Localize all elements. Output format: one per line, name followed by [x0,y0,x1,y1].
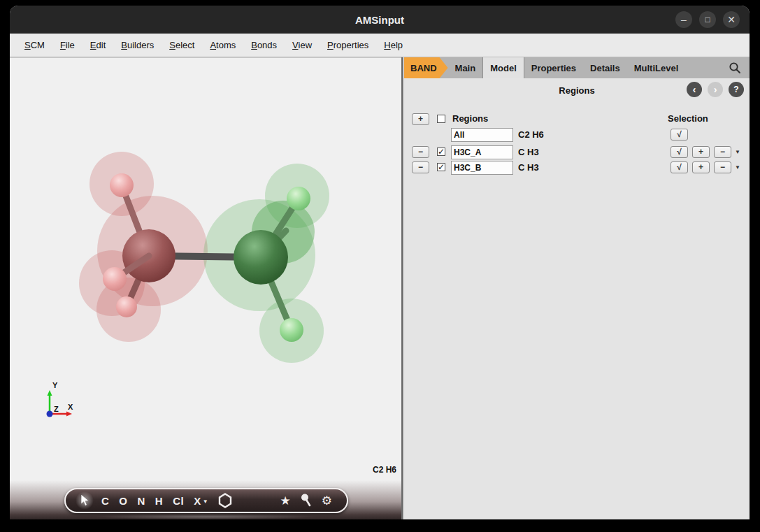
input-panel: BAND Main Model Properties Details Multi… [404,57,750,519]
maximize-button[interactable]: □ [699,11,716,28]
selection-header-label: Selection [668,113,708,124]
preset-band-label: BAND [410,63,437,73]
title-bar: AMSinput – □ ✕ [10,6,750,34]
pin-icon [301,494,312,508]
select-region-b-button[interactable]: √ [671,161,688,173]
region-a-visible-checkbox[interactable] [437,148,445,156]
chevron-left-icon: ‹ [693,85,696,94]
window-controls: – □ ✕ [675,11,740,28]
element-toolbar: C O N H Cl X ▼ ★ [64,488,348,513]
menu-view[interactable]: View [286,37,318,53]
select-region-a-button[interactable]: √ [671,146,688,158]
nav-back-button[interactable]: ‹ [687,82,702,97]
formula-readout: C2 H6 [373,465,396,475]
atom-h4[interactable] [287,187,310,210]
add-to-region-b-button[interactable]: + [692,161,710,173]
remove-region-b-button[interactable]: − [412,161,429,173]
help-button[interactable]: ? [729,82,744,97]
menu-scm[interactable]: SCM [18,37,51,53]
star-icon: ★ [280,494,291,508]
element-h-button[interactable]: H [155,495,163,507]
element-cl-button[interactable]: Cl [173,495,184,507]
menu-file[interactable]: File [54,37,81,53]
element-picker-button[interactable]: X ▼ [194,495,208,507]
x-axis-label: X [68,403,73,411]
region-b-dropdown-icon[interactable]: ▼ [735,164,740,171]
toolbar-reflection [94,514,317,519]
menu-edit[interactable]: Edit [84,37,112,53]
tab-main[interactable]: Main [448,57,483,78]
maximize-icon: □ [705,15,710,24]
menu-atoms[interactable]: Atoms [203,37,242,53]
menu-bonds[interactable]: Bonds [245,37,283,53]
molecule-canvas[interactable] [10,58,401,519]
select-all-region-button[interactable]: √ [671,129,688,141]
remove-from-region-a-button[interactable]: − [714,146,731,158]
star-tool-button[interactable]: ★ [280,494,291,508]
spotlight-tool-button[interactable] [301,494,312,508]
atom-h2[interactable] [103,267,127,291]
menu-help[interactable]: Help [378,37,409,53]
menu-properties[interactable]: Properties [321,37,375,53]
menu-builders[interactable]: Builders [115,37,160,53]
close-button[interactable]: ✕ [723,11,740,28]
search-icon [729,62,741,74]
element-x-label: X [194,495,201,507]
search-button[interactable] [720,57,750,78]
element-o-button[interactable]: O [119,495,127,507]
atom-h5[interactable] [280,318,303,342]
tab-details[interactable]: Details [583,57,627,78]
element-c-button[interactable]: C [101,495,109,507]
atom-h3[interactable] [116,296,137,317]
hexagon-icon [218,493,232,508]
regions-header-label: Regions [452,113,488,124]
region-a-dropdown-icon[interactable]: ▼ [735,149,740,155]
window-title: AMSinput [10,14,750,26]
dropdown-icon: ▼ [203,498,208,505]
region-formula-b: C H3 [518,162,539,173]
nav-forward-button[interactable]: › [708,82,723,97]
menu-select[interactable]: Select [163,37,201,53]
tab-model[interactable]: Model [482,57,524,78]
region-formula-all: C2 H6 [518,129,544,140]
add-region-button[interactable]: + [412,113,429,125]
select-tool-button[interactable] [76,491,94,510]
minimize-button[interactable]: – [675,11,692,28]
tab-properties[interactable]: Properties [524,57,583,78]
atom-c2[interactable] [234,230,288,285]
region-name-input-all[interactable] [451,128,513,142]
tool-glow [76,491,94,510]
z-axis-label: Z [54,405,59,413]
ring-tool-button[interactable] [218,493,232,508]
screen: AMSinput – □ ✕ SCM File Edit Builders Se… [0,0,760,532]
question-icon: ? [733,85,738,94]
region-name-input-a[interactable] [451,145,513,159]
tab-bar: BAND Main Model Properties Details Multi… [404,57,750,78]
z-axis-dot [47,411,53,417]
chevron-right-icon: › [714,85,717,94]
molecule-viewport[interactable]: Y X Z C2 H6 C O N [10,57,401,519]
remove-from-region-b-button[interactable]: − [714,161,731,173]
tab-multilevel[interactable]: MultiLevel [627,57,686,78]
main-content: Y X Z C2 H6 C O N [10,57,750,519]
axis-indicator: Y X Z [29,376,85,425]
region-formula-a: C H3 [518,147,539,157]
regions-header-checkbox[interactable] [437,115,445,123]
atom-h1[interactable] [110,173,134,197]
model-regions-page: Regions ‹ › ? + Regions Selection C2 H6 … [404,78,750,519]
y-axis-label: Y [52,381,58,389]
menu-bar: SCM File Edit Builders Select Atoms Bond… [10,34,750,57]
gear-icon: ⚙ [322,494,332,508]
preset-band-tab[interactable]: BAND [404,57,448,78]
settings-tool-button[interactable]: ⚙ [322,494,332,508]
region-name-input-b[interactable] [451,161,513,175]
close-icon: ✕ [727,15,736,24]
element-n-button[interactable]: N [138,495,145,507]
amsinput-window: AMSinput – □ ✕ SCM File Edit Builders Se… [10,6,750,519]
add-to-region-a-button[interactable]: + [692,146,710,158]
region-b-visible-checkbox[interactable] [437,163,445,171]
minimize-icon: – [681,15,687,24]
remove-region-a-button[interactable]: − [412,146,429,158]
